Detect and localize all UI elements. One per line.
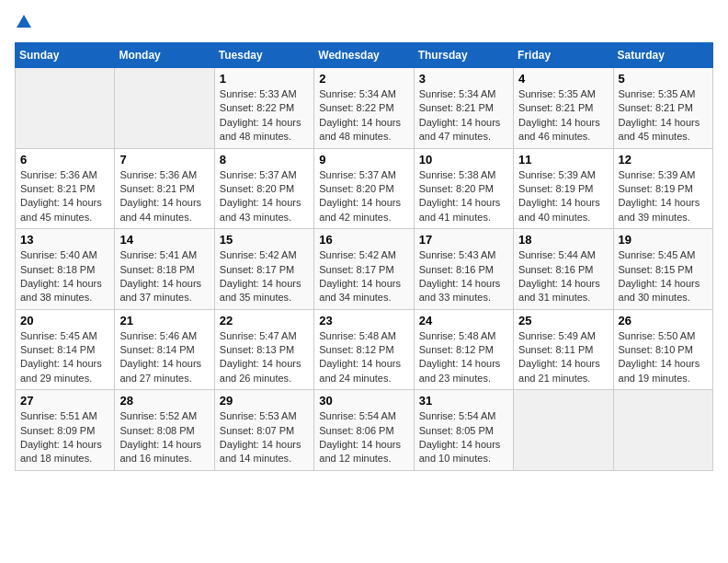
calendar-cell: 19 Sunrise: 5:45 AM Sunset: 8:15 PM Dayl… xyxy=(613,229,712,310)
day-info: Sunrise: 5:37 AM Sunset: 8:20 PM Dayligh… xyxy=(319,168,408,225)
calendar-cell xyxy=(514,390,613,471)
calendar-cell xyxy=(115,68,214,149)
sunset: Sunset: 8:20 PM xyxy=(220,183,294,194)
day-info: Sunrise: 5:46 AM Sunset: 8:14 PM Dayligh… xyxy=(119,329,209,386)
sunrise: Sunrise: 5:46 AM xyxy=(119,330,197,341)
calendar-cell: 12 Sunrise: 5:39 AM Sunset: 8:19 PM Dayl… xyxy=(613,148,712,229)
day-info: Sunrise: 5:38 AM Sunset: 8:20 PM Dayligh… xyxy=(419,168,508,225)
day-number: 3 xyxy=(419,72,508,86)
calendar-cell: 23 Sunrise: 5:48 AM Sunset: 8:12 PM Dayl… xyxy=(314,309,414,390)
sunset: Sunset: 8:08 PM xyxy=(119,425,194,436)
daylight: Daylight: 14 hours and 38 minutes. xyxy=(20,278,102,303)
sunset: Sunset: 8:15 PM xyxy=(619,264,693,275)
daylight: Daylight: 14 hours and 48 minutes. xyxy=(220,117,301,142)
day-info: Sunrise: 5:35 AM Sunset: 8:21 PM Dayligh… xyxy=(518,87,608,144)
day-number: 10 xyxy=(419,153,508,167)
daylight: Daylight: 14 hours and 18 minutes. xyxy=(20,439,102,464)
day-info: Sunrise: 5:39 AM Sunset: 8:19 PM Dayligh… xyxy=(619,168,708,225)
day-number: 24 xyxy=(419,314,508,327)
daylight: Daylight: 14 hours and 30 minutes. xyxy=(619,278,700,303)
day-info: Sunrise: 5:37 AM Sunset: 8:20 PM Dayligh… xyxy=(220,168,309,225)
sunrise: Sunrise: 5:42 AM xyxy=(319,249,396,260)
day-number: 17 xyxy=(419,233,508,247)
sunrise: Sunrise: 5:48 AM xyxy=(419,330,496,341)
sunrise: Sunrise: 5:38 AM xyxy=(419,169,496,180)
daylight: Daylight: 14 hours and 24 minutes. xyxy=(319,358,401,383)
daylight: Daylight: 14 hours and 45 minutes. xyxy=(619,117,700,142)
calendar-cell: 28 Sunrise: 5:52 AM Sunset: 8:08 PM Dayl… xyxy=(115,390,214,471)
weekday-header: Saturday xyxy=(613,43,712,68)
day-info: Sunrise: 5:50 AM Sunset: 8:10 PM Dayligh… xyxy=(619,329,708,386)
day-number: 14 xyxy=(119,233,209,247)
calendar-week-row: 13 Sunrise: 5:40 AM Sunset: 8:18 PM Dayl… xyxy=(16,229,713,310)
calendar-cell: 9 Sunrise: 5:37 AM Sunset: 8:20 PM Dayli… xyxy=(314,148,414,229)
calendar-cell: 13 Sunrise: 5:40 AM Sunset: 8:18 PM Dayl… xyxy=(16,229,115,310)
weekday-header: Tuesday xyxy=(214,43,313,68)
day-number: 6 xyxy=(20,153,109,167)
day-number: 4 xyxy=(518,72,608,86)
calendar-cell: 4 Sunrise: 5:35 AM Sunset: 8:21 PM Dayli… xyxy=(514,68,613,149)
day-info: Sunrise: 5:39 AM Sunset: 8:19 PM Dayligh… xyxy=(518,168,608,225)
sunset: Sunset: 8:16 PM xyxy=(419,264,494,275)
sunrise: Sunrise: 5:34 AM xyxy=(419,88,496,99)
sunrise: Sunrise: 5:48 AM xyxy=(319,330,396,341)
daylight: Daylight: 14 hours and 10 minutes. xyxy=(419,439,501,464)
sunset: Sunset: 8:22 PM xyxy=(319,102,393,113)
daylight: Daylight: 14 hours and 12 minutes. xyxy=(319,439,401,464)
calendar-cell: 20 Sunrise: 5:45 AM Sunset: 8:14 PM Dayl… xyxy=(16,309,115,390)
day-number: 7 xyxy=(119,153,209,167)
calendar-cell: 22 Sunrise: 5:47 AM Sunset: 8:13 PM Dayl… xyxy=(214,309,313,390)
day-number: 31 xyxy=(419,394,508,408)
sunrise: Sunrise: 5:41 AM xyxy=(119,249,197,260)
weekday-header-row: SundayMondayTuesdayWednesdayThursdayFrid… xyxy=(16,43,713,68)
daylight: Daylight: 14 hours and 44 minutes. xyxy=(119,197,201,222)
day-number: 22 xyxy=(220,314,309,327)
sunset: Sunset: 8:14 PM xyxy=(119,344,194,355)
sunset: Sunset: 8:21 PM xyxy=(619,102,693,113)
daylight: Daylight: 14 hours and 37 minutes. xyxy=(119,278,201,303)
day-number: 30 xyxy=(319,394,408,408)
calendar-cell: 1 Sunrise: 5:33 AM Sunset: 8:22 PM Dayli… xyxy=(214,68,313,149)
calendar-cell: 15 Sunrise: 5:42 AM Sunset: 8:17 PM Dayl… xyxy=(214,229,313,310)
sunrise: Sunrise: 5:35 AM xyxy=(518,88,596,99)
day-number: 23 xyxy=(319,314,408,327)
day-info: Sunrise: 5:45 AM Sunset: 8:14 PM Dayligh… xyxy=(20,329,109,386)
weekday-header: Sunday xyxy=(16,43,115,68)
sunset: Sunset: 8:18 PM xyxy=(119,264,194,275)
daylight: Daylight: 14 hours and 41 minutes. xyxy=(419,197,501,222)
sunset: Sunset: 8:20 PM xyxy=(419,183,494,194)
calendar-cell: 16 Sunrise: 5:42 AM Sunset: 8:17 PM Dayl… xyxy=(314,229,414,310)
day-info: Sunrise: 5:47 AM Sunset: 8:13 PM Dayligh… xyxy=(220,329,309,386)
logo xyxy=(15,15,31,31)
daylight: Daylight: 14 hours and 35 minutes. xyxy=(220,278,301,303)
sunset: Sunset: 8:12 PM xyxy=(319,344,393,355)
daylight: Daylight: 14 hours and 43 minutes. xyxy=(220,197,301,222)
day-info: Sunrise: 5:48 AM Sunset: 8:12 PM Dayligh… xyxy=(319,329,408,386)
sunset: Sunset: 8:10 PM xyxy=(619,344,693,355)
sunset: Sunset: 8:22 PM xyxy=(220,102,294,113)
day-number: 9 xyxy=(319,153,408,167)
sunrise: Sunrise: 5:45 AM xyxy=(619,249,696,260)
sunrise: Sunrise: 5:39 AM xyxy=(619,169,696,180)
svg-marker-0 xyxy=(17,15,31,28)
calendar-cell: 24 Sunrise: 5:48 AM Sunset: 8:12 PM Dayl… xyxy=(414,309,513,390)
sunrise: Sunrise: 5:36 AM xyxy=(119,169,197,180)
calendar-week-row: 6 Sunrise: 5:36 AM Sunset: 8:21 PM Dayli… xyxy=(16,148,713,229)
calendar-cell: 26 Sunrise: 5:50 AM Sunset: 8:10 PM Dayl… xyxy=(613,309,712,390)
sunrise: Sunrise: 5:39 AM xyxy=(518,169,596,180)
sunrise: Sunrise: 5:37 AM xyxy=(220,169,297,180)
sunrise: Sunrise: 5:40 AM xyxy=(20,249,97,260)
day-info: Sunrise: 5:35 AM Sunset: 8:21 PM Dayligh… xyxy=(619,87,708,144)
day-info: Sunrise: 5:48 AM Sunset: 8:12 PM Dayligh… xyxy=(419,329,508,386)
calendar-cell: 6 Sunrise: 5:36 AM Sunset: 8:21 PM Dayli… xyxy=(16,148,115,229)
day-info: Sunrise: 5:42 AM Sunset: 8:17 PM Dayligh… xyxy=(319,248,408,305)
calendar-cell: 11 Sunrise: 5:39 AM Sunset: 8:19 PM Dayl… xyxy=(514,148,613,229)
calendar-cell: 30 Sunrise: 5:54 AM Sunset: 8:06 PM Dayl… xyxy=(314,390,414,471)
sunset: Sunset: 8:19 PM xyxy=(518,183,593,194)
day-info: Sunrise: 5:54 AM Sunset: 8:05 PM Dayligh… xyxy=(419,409,508,466)
daylight: Daylight: 14 hours and 23 minutes. xyxy=(419,358,501,383)
daylight: Daylight: 14 hours and 48 minutes. xyxy=(319,117,401,142)
day-number: 11 xyxy=(518,153,608,167)
weekday-header: Friday xyxy=(514,43,613,68)
day-number: 2 xyxy=(319,72,408,86)
